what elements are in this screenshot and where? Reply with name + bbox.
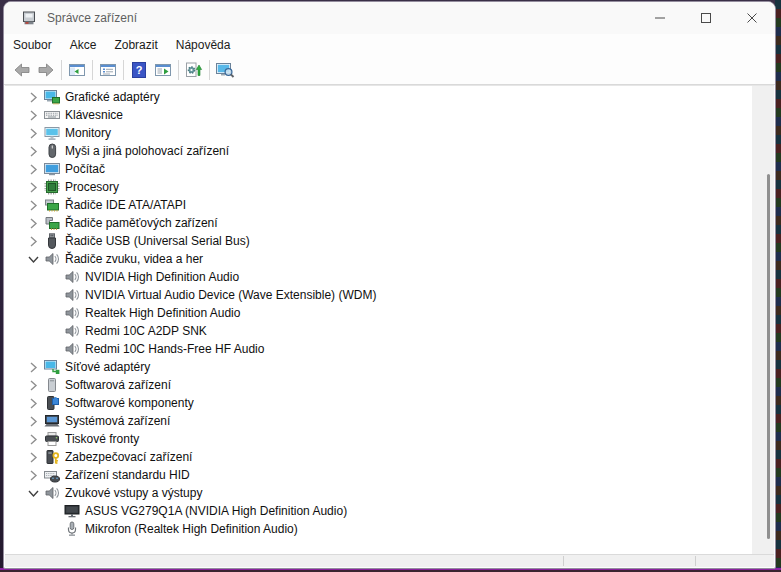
- device-tree: Grafické adaptéryKlávesniceMonitoryMyši …: [5, 86, 774, 538]
- close-button[interactable]: [729, 2, 775, 34]
- tree-item-label[interactable]: Myši a jiná polohovací zařízení: [65, 144, 229, 158]
- tree-item-label[interactable]: Redmi 10C Hands-Free HF Audio: [85, 342, 264, 356]
- tree-item-label[interactable]: Monitory: [65, 126, 111, 140]
- tree-item[interactable]: Tiskové fronty: [5, 430, 774, 448]
- speaker-icon: [64, 287, 80, 303]
- monitor-icon: [44, 125, 60, 141]
- toolbar-separator: [123, 60, 124, 80]
- menu-item-file[interactable]: Soubor: [4, 36, 61, 54]
- tree-item[interactable]: Řadiče zvuku, videa a her: [5, 250, 774, 268]
- tree-item[interactable]: Zabezpečovací zařízení: [5, 448, 774, 466]
- chevron-right-icon[interactable]: [25, 449, 41, 465]
- tree-item-label[interactable]: ASUS VG279Q1A (NVIDIA High Definition Au…: [85, 504, 347, 518]
- scan-hardware-button[interactable]: [182, 58, 206, 82]
- tree-item[interactable]: Realtek High Definition Audio: [5, 304, 774, 322]
- tree-item-label[interactable]: Počítač: [65, 162, 105, 176]
- tree-item[interactable]: Grafické adaptéry: [5, 88, 774, 106]
- chevron-right-icon[interactable]: [25, 125, 41, 141]
- chevron-right-icon[interactable]: [25, 89, 41, 105]
- chevron-right-icon[interactable]: [25, 233, 41, 249]
- tree-item-label[interactable]: Řadiče zvuku, videa a her: [65, 252, 203, 266]
- chevron-right-icon[interactable]: [25, 161, 41, 177]
- tree-item[interactable]: Řadiče paměťových zařízení: [5, 214, 774, 232]
- tree-item[interactable]: NVIDIA High Definition Audio: [5, 268, 774, 286]
- properties-button[interactable]: [96, 58, 120, 82]
- tree-item[interactable]: Zařízení standardu HID: [5, 466, 774, 484]
- tree-item-label[interactable]: Síťové adaptéry: [65, 360, 150, 374]
- tree-item[interactable]: Softwarové komponenty: [5, 394, 774, 412]
- maximize-button[interactable]: [683, 2, 729, 34]
- ide-controller-icon: [44, 197, 60, 213]
- tree-item-label[interactable]: Řadiče IDE ATA/ATAPI: [65, 198, 186, 212]
- back-button[interactable]: [10, 58, 34, 82]
- chevron-down-icon[interactable]: [25, 485, 41, 501]
- chevron-down-icon[interactable]: [25, 251, 41, 267]
- tree-item[interactable]: Zvukové vstupy a výstupy: [5, 484, 774, 502]
- tree-item-label[interactable]: Redmi 10C A2DP SNK: [85, 324, 207, 338]
- tree-item-label[interactable]: Softwarové komponenty: [65, 396, 194, 410]
- chevron-right-icon[interactable]: [25, 197, 41, 213]
- tree-item[interactable]: Řadiče IDE ATA/ATAPI: [5, 196, 774, 214]
- tree-item-label[interactable]: Realtek High Definition Audio: [85, 306, 240, 320]
- tree-item[interactable]: Počítač: [5, 160, 774, 178]
- minimize-button[interactable]: [637, 2, 683, 34]
- tree-item[interactable]: Mikrofon (Realtek High Definition Audio): [5, 520, 774, 538]
- chevron-right-icon[interactable]: [25, 431, 41, 447]
- vertical-scrollbar-track[interactable]: [752, 86, 774, 555]
- console-tree-button[interactable]: [65, 58, 89, 82]
- tree-item[interactable]: Síťové adaptéry: [5, 358, 774, 376]
- title-bar[interactable]: Správce zařízení: [4, 2, 775, 34]
- chevron-right-icon[interactable]: [25, 395, 41, 411]
- tree-item-label[interactable]: Řadiče paměťových zařízení: [65, 216, 218, 230]
- tree-item-label[interactable]: NVIDIA High Definition Audio: [85, 270, 239, 284]
- tree-item-label[interactable]: Řadiče USB (Universal Serial Bus): [65, 234, 250, 248]
- tree-item[interactable]: Redmi 10C A2DP SNK: [5, 322, 774, 340]
- status-bar-divider: [695, 556, 696, 566]
- tree-item-label[interactable]: Tiskové fronty: [65, 432, 139, 446]
- tree-item-label[interactable]: Softwarová zařízení: [65, 378, 171, 392]
- tree-item-label[interactable]: Systémová zařízení: [65, 414, 170, 428]
- chevron-right-icon[interactable]: [25, 359, 41, 375]
- toolbar-separator: [92, 60, 93, 80]
- chevron-right-icon[interactable]: [25, 467, 41, 483]
- tree-item-label[interactable]: Zabezpečovací zařízení: [65, 450, 192, 464]
- chevron-right-icon[interactable]: [25, 377, 41, 393]
- tree-item-label[interactable]: Procesory: [65, 180, 119, 194]
- tree-item[interactable]: NVIDIA Virtual Audio Device (Wave Extens…: [5, 286, 774, 304]
- menu-item-help[interactable]: Nápověda: [167, 36, 240, 54]
- tree-item-label[interactable]: Mikrofon (Realtek High Definition Audio): [85, 522, 298, 536]
- tree-item[interactable]: Řadiče USB (Universal Serial Bus): [5, 232, 774, 250]
- action-pane-button[interactable]: [151, 58, 175, 82]
- tree-item-label[interactable]: Grafické adaptéry: [65, 90, 160, 104]
- menu-item-action[interactable]: Akce: [61, 36, 106, 54]
- tree-item[interactable]: Softwarová zařízení: [5, 376, 774, 394]
- tree-item-label[interactable]: Zařízení standardu HID: [65, 468, 190, 482]
- menu-item-view[interactable]: Zobrazit: [105, 36, 166, 54]
- chevron-right-icon[interactable]: [25, 143, 41, 159]
- search-computer-button[interactable]: [213, 58, 237, 82]
- tree-item[interactable]: ASUS VG279Q1A (NVIDIA High Definition Au…: [5, 502, 774, 520]
- chevron-right-icon[interactable]: [25, 179, 41, 195]
- tree-item-label[interactable]: NVIDIA Virtual Audio Device (Wave Extens…: [85, 288, 376, 302]
- tree-item[interactable]: Myši a jiná polohovací zařízení: [5, 142, 774, 160]
- software-device-icon: [44, 377, 60, 393]
- tree-item[interactable]: Procesory: [5, 178, 774, 196]
- tree-item[interactable]: Klávesnice: [5, 106, 774, 124]
- tree-item[interactable]: Systémová zařízení: [5, 412, 774, 430]
- vertical-scrollbar-thumb[interactable]: [767, 174, 770, 539]
- chevron-right-icon[interactable]: [25, 215, 41, 231]
- forward-button[interactable]: [34, 58, 58, 82]
- tree-item[interactable]: Redmi 10C Hands-Free HF Audio: [5, 340, 774, 358]
- maximize-icon: [701, 11, 711, 26]
- speaker-icon: [44, 485, 60, 501]
- tree-item-label[interactable]: Zvukové vstupy a výstupy: [65, 486, 202, 500]
- monitor-dark-icon: [64, 503, 80, 519]
- help-icon: ?: [131, 62, 147, 78]
- help-button[interactable]: ?: [127, 58, 151, 82]
- usb-icon: [44, 233, 60, 249]
- tree-item-label[interactable]: Klávesnice: [65, 108, 123, 122]
- computer-icon: [44, 161, 60, 177]
- chevron-right-icon[interactable]: [25, 107, 41, 123]
- tree-item[interactable]: Monitory: [5, 124, 774, 142]
- chevron-right-icon[interactable]: [25, 413, 41, 429]
